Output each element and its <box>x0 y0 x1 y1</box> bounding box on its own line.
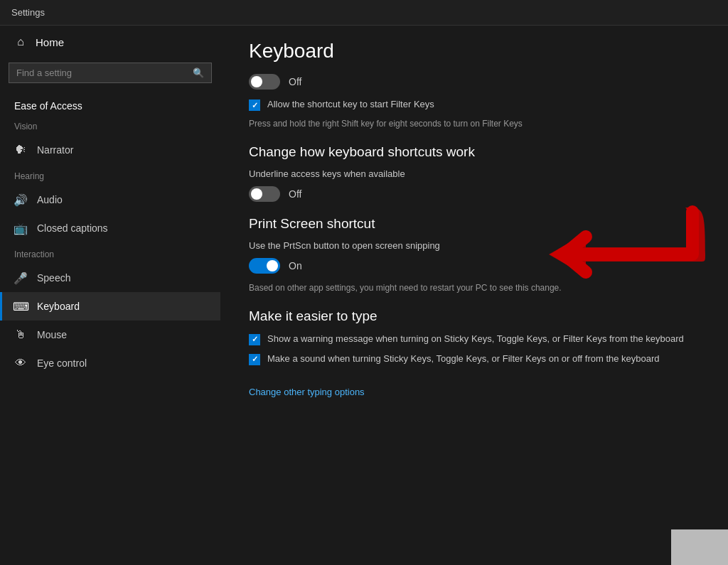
sidebar-item-closed-captions[interactable]: 📺 Closed captions <box>0 214 220 242</box>
eye-control-icon: 👁 <box>14 357 27 370</box>
narrator-label: Narrator <box>37 144 73 156</box>
filter-keys-checkbox[interactable] <box>249 99 260 111</box>
home-icon: ⌂ <box>14 36 27 48</box>
mouse-icon: 🖱 <box>14 328 27 341</box>
ease-of-access-label: Ease of Access <box>0 95 220 114</box>
closed-captions-label: Closed captions <box>37 222 108 234</box>
filter-keys-toggle-row: Off <box>249 74 700 90</box>
sidebar-item-eye-control[interactable]: 👁 Eye control <box>0 349 220 377</box>
checkbox2[interactable] <box>249 354 260 365</box>
print-screen-container: Use the PrtScn button to open screen sni… <box>249 240 700 274</box>
typing-options-link[interactable]: Change other typing options <box>249 387 365 397</box>
sidebar-item-mouse[interactable]: 🖱 Mouse <box>0 321 220 349</box>
mouse-label: Mouse <box>37 329 67 340</box>
narrator-icon: 🗣 <box>14 144 27 156</box>
filter-keys-toggle[interactable] <box>249 74 280 90</box>
search-box[interactable]: 🔍 <box>9 63 212 83</box>
sidebar-item-speech[interactable]: 🎤 Speech <box>0 264 220 292</box>
sidebar: ⌂ Home 🔍 Ease of Access Vision 🗣 Narrato… <box>0 26 220 565</box>
home-label: Home <box>36 36 64 48</box>
audio-label: Audio <box>37 194 63 205</box>
content-area: Keyboard Off Allow the shortcut key to s… <box>220 26 728 565</box>
keyboard-icon: ⌨ <box>14 300 27 313</box>
closed-captions-icon: 📺 <box>14 222 27 235</box>
underline-toggle[interactable] <box>249 186 280 202</box>
checkbox1-row: Show a warning message when turning on S… <box>249 333 700 345</box>
vision-section-label: Vision <box>0 114 220 136</box>
eye-control-label: Eye control <box>37 357 87 369</box>
search-input[interactable] <box>16 68 193 78</box>
hearing-section-label: Hearing <box>0 164 220 185</box>
checkbox2-label: Make a sound when turning Sticky Keys, T… <box>267 353 660 365</box>
underline-toggle-label: Off <box>289 188 301 200</box>
checkbox1[interactable] <box>249 334 260 345</box>
sidebar-item-narrator[interactable]: 🗣 Narrator <box>0 136 220 164</box>
checkbox1-label: Show a warning message when turning on S… <box>267 333 684 345</box>
sidebar-item-audio[interactable]: 🔊 Audio <box>0 185 220 214</box>
sidebar-item-keyboard[interactable]: ⌨ Keyboard <box>0 292 220 321</box>
speech-icon: 🎤 <box>14 271 27 284</box>
interaction-section-label: Interaction <box>0 242 220 264</box>
easier-type-section-title: Make it easier to type <box>249 308 700 324</box>
underline-toggle-row: Off <box>249 186 700 202</box>
underline-label: Underline access keys when available <box>249 168 700 179</box>
checkbox2-row: Make a sound when turning Sticky Keys, T… <box>249 353 700 365</box>
print-screen-toggle-label: On <box>289 260 302 271</box>
filter-keys-checkbox-label: Allow the shortcut key to start Filter K… <box>267 98 434 111</box>
speech-label: Speech <box>37 272 70 284</box>
page-title: Keyboard <box>249 40 700 63</box>
audio-icon: 🔊 <box>14 193 27 206</box>
print-screen-toggle-row: On <box>249 258 700 274</box>
print-screen-section-title: Print Screen shortcut <box>249 216 700 232</box>
corner-thumbnail <box>671 529 728 565</box>
shortcuts-section-title: Change how keyboard shortcuts work <box>249 144 700 160</box>
filter-keys-toggle-label: Off <box>289 76 301 87</box>
title-bar: Settings <box>0 0 728 26</box>
print-screen-note: Based on other app settings, you might n… <box>249 282 700 294</box>
filter-keys-description: Press and hold the right Shift key for e… <box>249 118 700 130</box>
title-bar-label: Settings <box>11 7 45 18</box>
filter-keys-checkbox-row: Allow the shortcut key to start Filter K… <box>249 98 700 111</box>
search-icon: 🔍 <box>193 68 204 78</box>
keyboard-label: Keyboard <box>37 301 80 312</box>
print-screen-label: Use the PrtScn button to open screen sni… <box>249 240 700 251</box>
print-screen-toggle[interactable] <box>249 258 280 274</box>
sidebar-item-home[interactable]: ⌂ Home <box>0 26 220 58</box>
